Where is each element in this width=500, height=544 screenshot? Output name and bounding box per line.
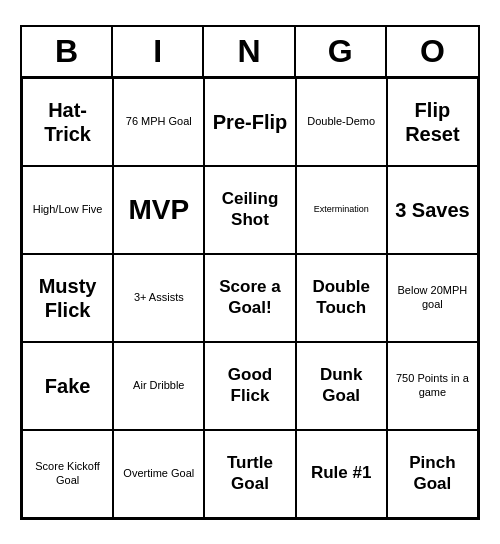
header-g: G bbox=[296, 27, 387, 76]
header-i: I bbox=[113, 27, 204, 76]
cell-23[interactable]: Rule #1 bbox=[296, 430, 387, 518]
cell-16[interactable]: Air Dribble bbox=[113, 342, 204, 430]
cell-8[interactable]: Extermination bbox=[296, 166, 387, 254]
cell-12[interactable]: Score a Goal! bbox=[204, 254, 295, 342]
cell-13[interactable]: Double Touch bbox=[296, 254, 387, 342]
cell-5[interactable]: High/Low Five bbox=[22, 166, 113, 254]
cell-22[interactable]: Turtle Goal bbox=[204, 430, 295, 518]
bingo-card: B I N G O Hat-Trick 76 MPH Goal Pre-Flip… bbox=[20, 25, 480, 520]
cell-17[interactable]: Good Flick bbox=[204, 342, 295, 430]
cell-6[interactable]: MVP bbox=[113, 166, 204, 254]
cell-10[interactable]: Musty Flick bbox=[22, 254, 113, 342]
bingo-grid: Hat-Trick 76 MPH Goal Pre-Flip Double-De… bbox=[22, 78, 478, 518]
cell-7[interactable]: Ceiling Shot bbox=[204, 166, 295, 254]
cell-1[interactable]: 76 MPH Goal bbox=[113, 78, 204, 166]
cell-3[interactable]: Double-Demo bbox=[296, 78, 387, 166]
header-b: B bbox=[22, 27, 113, 76]
cell-15[interactable]: Fake bbox=[22, 342, 113, 430]
cell-2[interactable]: Pre-Flip bbox=[204, 78, 295, 166]
cell-0[interactable]: Hat-Trick bbox=[22, 78, 113, 166]
header-n: N bbox=[204, 27, 295, 76]
cell-11[interactable]: 3+ Assists bbox=[113, 254, 204, 342]
cell-4[interactable]: Flip Reset bbox=[387, 78, 478, 166]
cell-21[interactable]: Overtime Goal bbox=[113, 430, 204, 518]
cell-18[interactable]: Dunk Goal bbox=[296, 342, 387, 430]
cell-19[interactable]: 750 Points in a game bbox=[387, 342, 478, 430]
cell-9[interactable]: 3 Saves bbox=[387, 166, 478, 254]
cell-14[interactable]: Below 20MPH goal bbox=[387, 254, 478, 342]
header-o: O bbox=[387, 27, 478, 76]
cell-20[interactable]: Score Kickoff Goal bbox=[22, 430, 113, 518]
cell-24[interactable]: Pinch Goal bbox=[387, 430, 478, 518]
bingo-header: B I N G O bbox=[22, 27, 478, 78]
